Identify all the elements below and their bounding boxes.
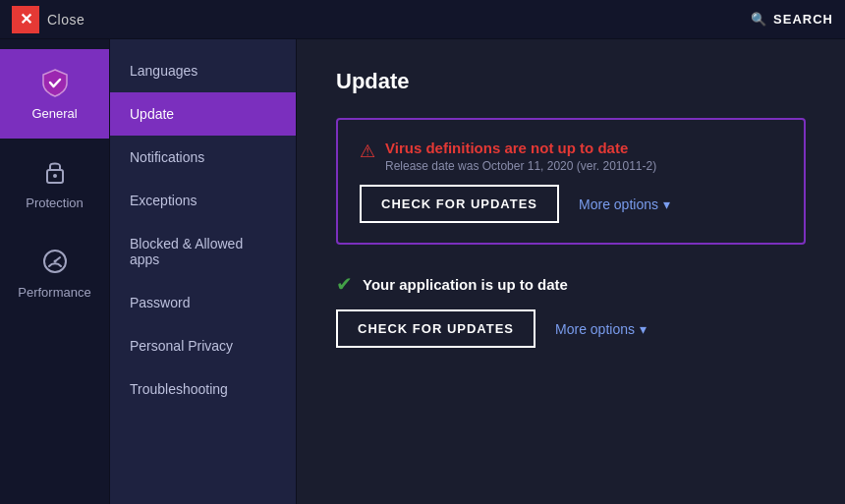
sidebar-icons: General Protection Performance — [0, 39, 110, 504]
warning-row: ⚠ Virus definitions are not up to date R… — [360, 140, 782, 173]
nav-item-exceptions[interactable]: Exceptions — [110, 179, 296, 222]
nav-item-update[interactable]: Update — [110, 92, 296, 136]
warning-icon: ⚠ — [360, 140, 375, 162]
search-label: SEARCH — [773, 12, 833, 27]
chevron-down-icon-2: ▾ — [640, 321, 647, 337]
search-icon: 🔍 — [751, 12, 767, 27]
performance-label: Performance — [18, 285, 90, 300]
more-options-button-1[interactable]: More options ▾ — [579, 196, 670, 212]
sidebar-item-general[interactable]: General — [0, 49, 109, 139]
chevron-down-icon-1: ▾ — [663, 196, 670, 212]
more-options-label-1: More options — [579, 196, 658, 212]
general-label: General — [31, 106, 77, 121]
sidebar-item-protection[interactable]: Protection — [0, 139, 109, 228]
warning-card-actions: CHECK FOR UPDATES More options ▾ — [360, 185, 782, 223]
nav-item-password[interactable]: Password — [110, 281, 296, 324]
svg-point-4 — [53, 260, 56, 263]
virus-update-card: ⚠ Virus definitions are not up to date R… — [336, 118, 806, 245]
close-icon: ✕ — [12, 6, 39, 33]
close-label: Close — [47, 12, 84, 28]
nav-item-blocked-allowed[interactable]: Blocked & Allowed apps — [110, 222, 296, 281]
page-title: Update — [336, 69, 806, 94]
success-row: ✔ Your application is up to date — [336, 272, 806, 296]
topbar: ✕ Close 🔍 SEARCH — [0, 0, 845, 39]
close-button[interactable]: ✕ Close — [12, 6, 84, 33]
content-area: Update ⚠ Virus definitions are not up to… — [297, 39, 845, 504]
success-title: Your application is up to date — [363, 276, 568, 293]
sidebar-item-performance[interactable]: Performance — [0, 228, 109, 317]
sidebar-nav: Languages Update Notifications Exception… — [110, 39, 297, 504]
speedometer-icon — [39, 246, 71, 277]
nav-item-troubleshooting[interactable]: Troubleshooting — [110, 367, 296, 411]
svg-point-1 — [53, 174, 57, 178]
warning-subtitle: Release date was October 11, 2020 (ver. … — [385, 159, 656, 173]
nav-item-notifications[interactable]: Notifications — [110, 136, 296, 179]
more-options-button-2[interactable]: More options ▾ — [555, 321, 647, 337]
nav-item-personal-privacy[interactable]: Personal Privacy — [110, 324, 296, 367]
shield-icon — [39, 67, 71, 98]
check-updates-button-2[interactable]: CHECK FOR UPDATES — [336, 309, 535, 348]
check-updates-button-1[interactable]: CHECK FOR UPDATES — [360, 185, 559, 223]
success-card-actions: CHECK FOR UPDATES More options ▾ — [336, 309, 806, 348]
more-options-label-2: More options — [555, 321, 635, 337]
warning-text-block: Virus definitions are not up to date Rel… — [385, 140, 656, 173]
nav-item-languages[interactable]: Languages — [110, 49, 296, 92]
main-layout: General Protection Performance Languages… — [0, 39, 845, 504]
search-button[interactable]: 🔍 SEARCH — [751, 12, 833, 27]
warning-title: Virus definitions are not up to date — [385, 140, 656, 156]
success-icon: ✔ — [336, 272, 353, 296]
protection-label: Protection — [26, 196, 84, 210]
lock-icon — [39, 156, 71, 188]
app-update-card: ✔ Your application is up to date CHECK F… — [336, 264, 806, 356]
